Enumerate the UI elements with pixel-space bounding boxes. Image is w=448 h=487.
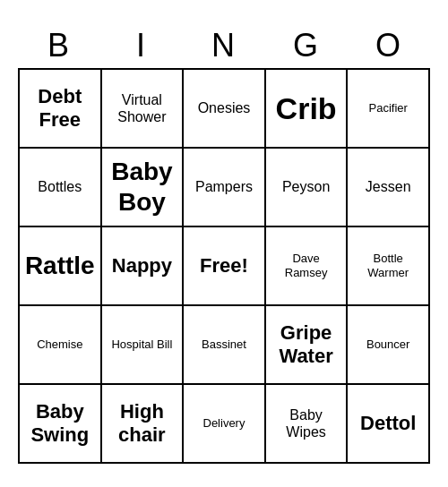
header-g: G (265, 23, 348, 68)
bingo-cell-6[interactable]: Baby Boy (102, 149, 185, 227)
bingo-cell-text-4: Pacifier (369, 101, 408, 115)
bingo-cell-text-8: Peyson (282, 178, 330, 195)
bingo-cell-text-18: Gripe Water (270, 321, 343, 369)
bingo-cell-text-10: Rattle (25, 251, 95, 281)
bingo-grid: Debt FreeVirtual ShowerOnesiesCribPacifi… (18, 68, 430, 464)
bingo-cell-18[interactable]: Gripe Water (266, 306, 349, 385)
bingo-card: B I N G O Debt FreeVirtual ShowerOnesies… (18, 23, 430, 464)
bingo-cell-19[interactable]: Bouncer (348, 306, 430, 385)
bingo-cell-text-15: Chemise (37, 337, 82, 352)
bingo-cell-text-12: Free! (200, 254, 248, 278)
bingo-cell-20[interactable]: Baby Swing (20, 385, 102, 464)
bingo-cell-7[interactable]: Pampers (184, 149, 266, 227)
bingo-cell-3[interactable]: Crib (266, 70, 349, 149)
header-o: O (348, 23, 430, 68)
bingo-cell-2[interactable]: Onesies (184, 70, 266, 149)
bingo-cell-4[interactable]: Pacifier (348, 70, 430, 149)
bingo-cell-17[interactable]: Bassinet (184, 306, 266, 385)
bingo-cell-23[interactable]: Baby Wipes (266, 385, 349, 464)
bingo-cell-24[interactable]: Dettol (348, 385, 430, 464)
bingo-cell-text-2: Onesies (198, 99, 251, 116)
bingo-cell-text-20: Baby Swing (23, 400, 97, 448)
bingo-cell-text-5: Bottles (38, 178, 82, 195)
bingo-cell-text-7: Pampers (195, 178, 253, 195)
header-i: I (100, 23, 183, 68)
bingo-cell-text-6: Baby Boy (106, 157, 179, 217)
bingo-cell-text-21: High chair (106, 400, 179, 448)
bingo-cell-11[interactable]: Nappy (102, 227, 185, 306)
bingo-cell-text-13: Dave Ramsey (270, 252, 343, 279)
bingo-cell-text-14: Bottle Warmer (351, 252, 425, 279)
bingo-cell-text-1: Virtual Shower (106, 91, 179, 125)
bingo-cell-text-16: Hospital Bill (111, 337, 172, 352)
bingo-cell-text-11: Nappy (112, 254, 172, 278)
bingo-cell-22[interactable]: Delivery (184, 385, 266, 464)
header-n: N (183, 23, 265, 68)
bingo-cell-text-3: Crib (276, 90, 337, 127)
bingo-cell-8[interactable]: Peyson (266, 149, 349, 227)
bingo-header: B I N G O (18, 23, 430, 68)
bingo-cell-text-22: Delivery (203, 416, 246, 431)
bingo-cell-5[interactable]: Bottles (20, 149, 102, 227)
bingo-cell-12[interactable]: Free! (184, 227, 266, 306)
header-b: B (18, 23, 100, 68)
bingo-cell-13[interactable]: Dave Ramsey (266, 227, 349, 306)
bingo-cell-9[interactable]: Jessen (348, 149, 430, 227)
bingo-cell-text-24: Dettol (360, 412, 416, 435)
bingo-cell-10[interactable]: Rattle (20, 227, 102, 306)
bingo-cell-text-19: Bouncer (366, 337, 409, 352)
bingo-cell-21[interactable]: High chair (102, 385, 185, 464)
bingo-cell-text-23: Baby Wipes (270, 406, 343, 440)
bingo-cell-text-9: Jessen (366, 178, 411, 195)
bingo-cell-text-17: Bassinet (202, 337, 246, 352)
bingo-cell-1[interactable]: Virtual Shower (102, 70, 185, 149)
bingo-cell-14[interactable]: Bottle Warmer (348, 227, 430, 306)
bingo-cell-0[interactable]: Debt Free (20, 70, 102, 149)
bingo-cell-16[interactable]: Hospital Bill (102, 306, 185, 385)
bingo-cell-text-0: Debt Free (23, 85, 97, 132)
bingo-cell-15[interactable]: Chemise (20, 306, 102, 385)
